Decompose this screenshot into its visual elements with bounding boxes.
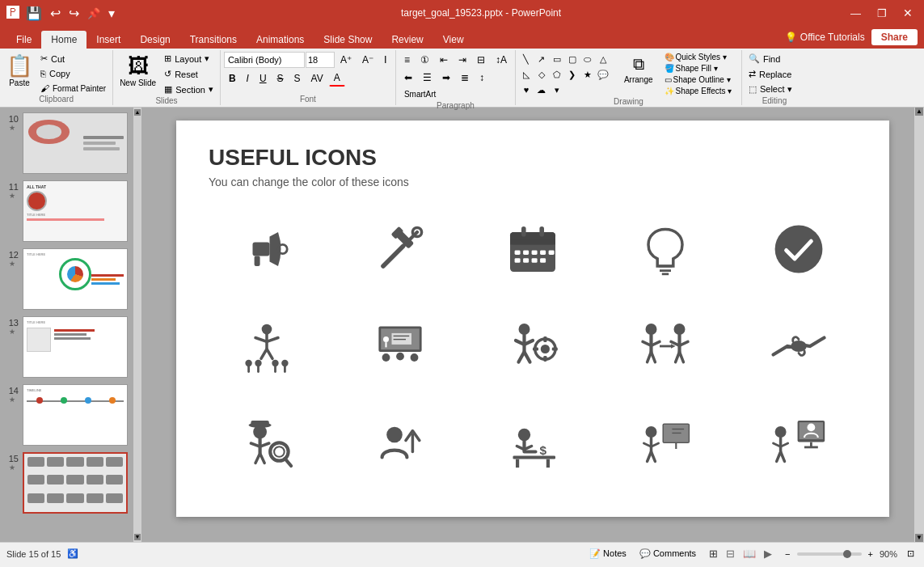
list-item[interactable]: 13 ★ TITLE HERE xyxy=(3,315,130,379)
decrease-indent-button[interactable]: ⇤ xyxy=(435,52,453,68)
normal-view-button[interactable]: ⊞ xyxy=(706,546,721,561)
align-left-button[interactable]: ⬅ xyxy=(399,70,417,86)
canvas-scrollbar[interactable]: ▲ ▼ xyxy=(914,108,924,542)
justify-button[interactable]: ≣ xyxy=(456,70,474,86)
reset-button[interactable]: ↺ Reset xyxy=(161,67,217,81)
tab-view[interactable]: View xyxy=(433,31,474,49)
shapes-more-button[interactable]: ▾ xyxy=(550,83,564,97)
pin-icon[interactable]: 📌 xyxy=(86,6,102,21)
slide-thumbnail[interactable] xyxy=(23,112,128,174)
minimize-button[interactable]: — xyxy=(846,6,866,21)
slide-canvas[interactable]: USEFUL ICONS You can change the color of… xyxy=(176,121,889,517)
diamond-shape[interactable]: ◇ xyxy=(534,67,549,82)
right-triangle-shape[interactable]: ◺ xyxy=(519,67,534,82)
star-shape[interactable]: ★ xyxy=(580,67,595,82)
comments-button[interactable]: 💬 Comments xyxy=(636,547,699,561)
section-button[interactable]: ▦ Section▾ xyxy=(161,83,217,96)
close-button[interactable]: ✕ xyxy=(898,5,918,21)
heart-shape[interactable]: ♥ xyxy=(519,83,534,97)
format-painter-button[interactable]: 🖌 Format Painter xyxy=(37,82,109,95)
cut-button[interactable]: ✂ Cut xyxy=(37,52,109,66)
slide-panel-scrollbar[interactable]: ▲ ▼ xyxy=(133,108,141,542)
slide-sorter-button[interactable]: ⊟ xyxy=(723,546,738,561)
rounded-rect-shape[interactable]: ▢ xyxy=(565,52,580,66)
zoom-out-button[interactable]: − xyxy=(782,548,793,561)
arrow-shape[interactable]: ↗ xyxy=(534,52,549,66)
save-icon[interactable]: 💾 xyxy=(24,4,44,23)
shadow-button[interactable]: S xyxy=(289,70,306,87)
numbered-list-button[interactable]: ① xyxy=(416,52,434,68)
align-center-button[interactable]: ☰ xyxy=(418,70,437,86)
replace-button[interactable]: ⇄ Replace xyxy=(745,67,795,81)
tab-home[interactable]: Home xyxy=(41,31,86,49)
slide-thumbnail[interactable]: ALL THAT TITLE HERE xyxy=(23,180,128,242)
text-direction-button[interactable]: ↕A xyxy=(491,52,512,68)
zoom-thumb[interactable] xyxy=(843,550,851,558)
chevron-shape[interactable]: ❯ xyxy=(565,67,580,82)
tab-transitions[interactable]: Transitions xyxy=(180,31,247,49)
slide-thumbnail[interactable]: TITLE HERE xyxy=(23,316,128,378)
line-shape[interactable]: ╲ xyxy=(519,52,534,66)
increase-indent-button[interactable]: ⇥ xyxy=(454,52,471,68)
strikethrough-button[interactable]: S xyxy=(272,70,289,87)
list-item[interactable]: 14 ★ TIMELINE xyxy=(3,383,130,447)
increase-font-button[interactable]: A⁺ xyxy=(335,52,357,68)
list-item[interactable]: 12 ★ TITLE HERE xyxy=(3,247,130,311)
convert-smartart-button[interactable]: SmartArt xyxy=(399,87,441,101)
fit-slide-button[interactable]: ⊡ xyxy=(904,547,918,561)
shape-effects-button[interactable]: ✨ Shape Effects ▾ xyxy=(661,86,736,96)
align-right-button[interactable]: ➡ xyxy=(437,70,455,86)
redo-icon[interactable]: ↪ xyxy=(67,4,81,23)
shape-outline-button[interactable]: ▭ Shape Outline ▾ xyxy=(661,74,736,85)
tab-review[interactable]: Review xyxy=(382,31,432,49)
quick-styles-button[interactable]: 🎨 Quick Styles ▾ xyxy=(661,52,736,62)
font-name-input[interactable] xyxy=(224,52,305,68)
slide-thumbnail[interactable]: TITLE HERE xyxy=(23,248,128,310)
copy-button[interactable]: ⎘ Copy xyxy=(37,67,109,80)
italic-button[interactable]: I xyxy=(242,70,254,87)
tab-design[interactable]: Design xyxy=(130,31,179,49)
zoom-in-button[interactable]: + xyxy=(865,548,876,561)
triangle-shape[interactable]: △ xyxy=(596,52,610,66)
underline-button[interactable]: U xyxy=(255,70,272,87)
share-button[interactable]: Share xyxy=(871,29,918,45)
decrease-font-button[interactable]: A⁻ xyxy=(357,52,378,68)
callout-shape[interactable]: 💬 xyxy=(596,67,610,82)
new-slide-button[interactable]: 🖼 New Slide xyxy=(116,52,159,89)
font-color-button[interactable]: A xyxy=(329,70,345,87)
undo-icon[interactable]: ↩ xyxy=(49,4,62,23)
layout-button[interactable]: ⊞ Layout▾ xyxy=(161,52,217,66)
oval-shape[interactable]: ⬭ xyxy=(580,52,595,66)
shape-fill-button[interactable]: 🪣 Shape Fill ▾ xyxy=(661,63,736,74)
font-size-input[interactable] xyxy=(306,52,335,68)
tab-animations[interactable]: Animations xyxy=(247,31,314,49)
tab-slideshow[interactable]: Slide Show xyxy=(314,31,382,49)
arrange-button[interactable]: ⧉ Arrange xyxy=(619,52,658,87)
column-layout-button[interactable]: ⊟ xyxy=(472,52,490,68)
clear-format-button[interactable]: Ⅰ xyxy=(379,52,392,68)
bold-button[interactable]: B xyxy=(224,70,241,87)
zoom-slider[interactable] xyxy=(797,552,862,556)
tab-insert[interactable]: Insert xyxy=(86,31,130,49)
bullet-list-button[interactable]: ≡ xyxy=(399,52,415,68)
char-spacing-button[interactable]: AV xyxy=(306,70,328,87)
restore-button[interactable]: ❐ xyxy=(872,6,892,21)
tab-file[interactable]: File xyxy=(6,31,41,49)
list-item[interactable]: 10 ★ xyxy=(3,111,130,176)
rect-shape[interactable]: ▭ xyxy=(550,52,564,66)
pentagon-shape[interactable]: ⬠ xyxy=(550,67,564,82)
cloud-shape[interactable]: ☁ xyxy=(534,83,549,97)
list-item[interactable]: 15 ★ xyxy=(3,451,130,515)
slide-thumbnail[interactable]: TIMELINE xyxy=(23,384,128,446)
select-button[interactable]: ⬚ Select ▾ xyxy=(745,83,795,96)
slide-thumbnail[interactable] xyxy=(23,452,128,514)
list-item[interactable]: 11 ★ ALL THAT TITLE HERE xyxy=(3,179,130,243)
find-button[interactable]: 🔍 Find xyxy=(745,52,783,66)
dropdown-icon[interactable]: ▾ xyxy=(107,4,116,23)
notes-button[interactable]: 📝 Notes xyxy=(586,547,630,561)
slideshow-button[interactable]: ▶ xyxy=(761,546,775,561)
office-tutorials-link[interactable]: 💡 Office Tutorials xyxy=(785,32,865,43)
line-spacing-button[interactable]: ↕ xyxy=(475,70,489,86)
paste-button[interactable]: 📋 Paste xyxy=(3,52,36,89)
reading-view-button[interactable]: 📖 xyxy=(740,546,759,561)
